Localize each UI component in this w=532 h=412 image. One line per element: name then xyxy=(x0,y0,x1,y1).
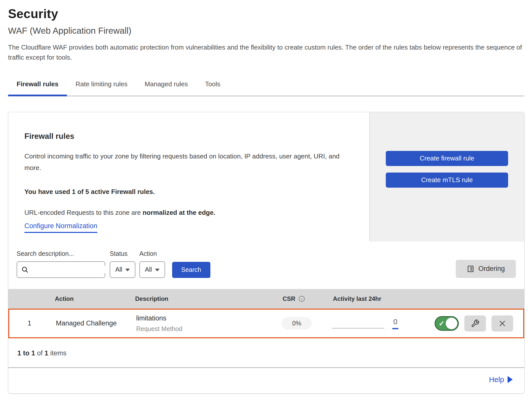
rule-csr-cell: 0% xyxy=(282,317,332,329)
tab-managed-rules[interactable]: Managed rules xyxy=(136,77,197,96)
status-label: Status xyxy=(110,250,135,257)
action-select[interactable]: All xyxy=(139,261,165,278)
ordering-button[interactable]: Ordering xyxy=(456,260,516,278)
rule-controls: ✓ xyxy=(415,315,523,332)
search-label: Search description... xyxy=(17,250,105,257)
delete-rule-button[interactable] xyxy=(491,315,513,332)
action-select-value: All xyxy=(145,266,152,273)
tab-rate-limiting-rules[interactable]: Rate limiting rules xyxy=(67,77,136,96)
close-icon xyxy=(498,319,506,327)
action-label: Action xyxy=(139,250,165,257)
normalization-text: URL-encoded Requests to this zone are no… xyxy=(24,209,353,217)
filter-bar: Search description... Status All xyxy=(8,241,524,289)
security-waf-page: Security WAF (Web Application Firewall) … xyxy=(0,0,532,394)
column-header-csr: CSR xyxy=(283,295,333,302)
ordering-list-icon xyxy=(467,265,474,273)
activity-sparkline-cell xyxy=(332,318,392,328)
firewall-rules-card: Firewall rules Control incoming traffic … xyxy=(8,112,524,394)
firewall-rules-info: Firewall rules Control incoming traffic … xyxy=(8,112,369,241)
help-link[interactable]: Help xyxy=(489,376,513,384)
status-select-value: All xyxy=(115,266,122,273)
wrench-icon xyxy=(471,319,479,328)
card-description: Control incoming traffic to your zone by… xyxy=(24,150,353,174)
help-link-label: Help xyxy=(489,376,504,384)
waf-tab-bar: Firewall rules Rate limiting rules Manag… xyxy=(8,77,524,96)
rule-expression-summary: Request Method xyxy=(136,325,282,333)
search-icon xyxy=(21,266,29,273)
tab-firewall-rules[interactable]: Firewall rules xyxy=(8,77,67,96)
search-input[interactable] xyxy=(31,266,112,273)
chevron-down-icon xyxy=(125,269,130,271)
rule-action: Managed Challenge xyxy=(50,319,133,327)
configure-normalization-link[interactable]: Configure Normalization xyxy=(24,222,97,233)
status-group: Status All xyxy=(110,250,135,278)
csr-badge: 0% xyxy=(282,317,312,329)
card-heading: Firewall rules xyxy=(24,132,353,141)
tab-tools[interactable]: Tools xyxy=(197,77,229,96)
rule-priority: 1 xyxy=(9,319,50,327)
activity-count-cell: 0 xyxy=(392,318,415,329)
rule-description-cell: limitations Request Method xyxy=(133,314,282,333)
search-group: Search description... xyxy=(17,250,105,278)
status-select[interactable]: All xyxy=(110,261,135,278)
page-subtitle: WAF (Web Application Firewall) xyxy=(8,26,524,36)
search-input-container xyxy=(17,261,105,278)
rule-enabled-toggle[interactable]: ✓ xyxy=(435,316,459,331)
page-description: The Cloudflare WAF provides both automat… xyxy=(8,42,524,63)
rule-description[interactable]: limitations xyxy=(136,314,282,322)
chevron-down-icon xyxy=(155,269,160,271)
activity-sparkline xyxy=(332,318,384,328)
table-header: Action Description CSR Activity last 24h… xyxy=(8,289,524,309)
check-icon: ✓ xyxy=(439,319,444,328)
search-button[interactable]: Search xyxy=(172,262,210,278)
card-actions-panel: Create firewall rule Create mTLS rule xyxy=(369,112,524,241)
help-arrow-icon xyxy=(508,376,513,383)
edit-rule-button[interactable] xyxy=(464,315,486,332)
card-top-section: Firewall rules Control incoming traffic … xyxy=(8,112,524,241)
help-row: Help xyxy=(8,367,524,393)
pagination-summary: 1 to 1 of 1 items xyxy=(8,338,524,367)
activity-count-link[interactable]: 0 xyxy=(392,318,398,329)
info-icon[interactable] xyxy=(298,296,305,302)
column-header-action: Action xyxy=(49,295,132,302)
column-header-activity: Activity last 24hr xyxy=(333,295,524,302)
column-header-description: Description xyxy=(132,295,283,302)
usage-text: You have used 1 of 5 active Firewall rul… xyxy=(24,188,353,196)
page-title: Security xyxy=(8,7,524,21)
create-mtls-rule-button[interactable]: Create mTLS rule xyxy=(386,173,508,188)
action-group: Action All xyxy=(139,250,165,278)
table-row: 1 Managed Challenge limitations Request … xyxy=(8,309,524,338)
create-firewall-rule-button[interactable]: Create firewall rule xyxy=(386,151,508,166)
toggle-knob xyxy=(446,318,457,329)
ordering-button-label: Ordering xyxy=(478,265,505,273)
